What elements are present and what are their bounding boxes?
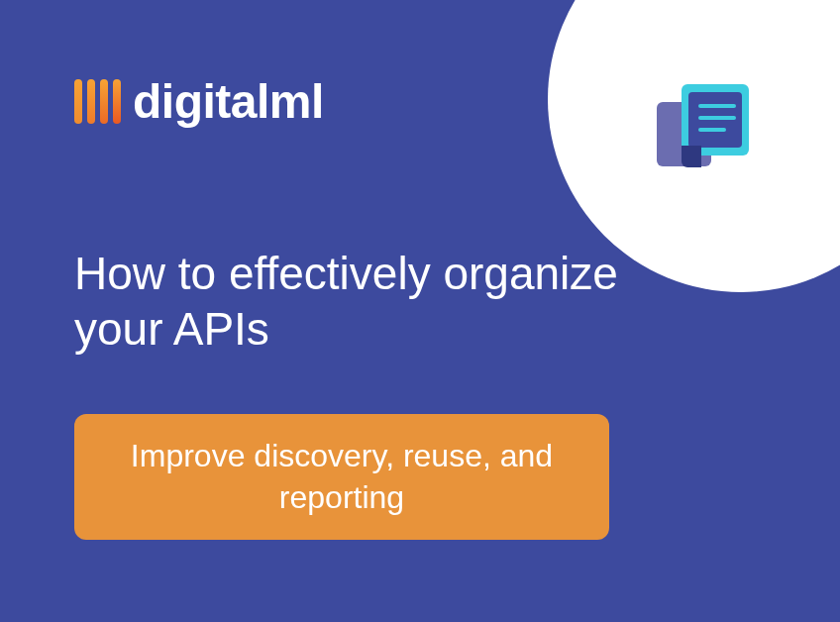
- cta-banner: Improve discovery, reuse, and reporting: [74, 414, 609, 540]
- logo-bars-icon: [74, 79, 121, 124]
- cta-label: Improve discovery, reuse, and reporting: [104, 436, 579, 518]
- brand-name: digitalml: [133, 74, 324, 129]
- headline-text: How to effectively organize your APIs: [74, 246, 629, 357]
- document-icon: [657, 84, 751, 173]
- brand-logo: digitalml: [74, 74, 324, 129]
